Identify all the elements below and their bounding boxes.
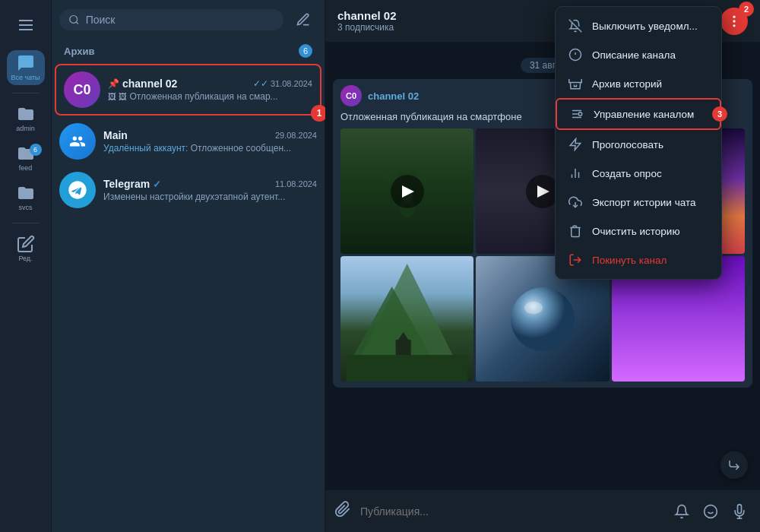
more-icon — [727, 14, 742, 29]
sidebar-item-svcs[interactable]: svcs — [7, 180, 45, 215]
settings-icon — [569, 106, 584, 122]
menu-item-archive[interactable]: Архив историй — [556, 69, 721, 98]
chat-item-telegram[interactable]: Telegram ✓ 11.08.2024 Изменены настройки… — [52, 166, 325, 214]
emoji-icon — [703, 504, 718, 519]
menu-item-mute[interactable]: Выключить уведомл... — [556, 11, 721, 40]
message-input[interactable] — [360, 505, 661, 518]
menu-item-description[interactable]: Описание канала — [556, 40, 721, 69]
svg-point-13 — [733, 20, 735, 22]
bell-icon — [674, 504, 689, 519]
sidebar-item-all-chats[interactable]: Все чаты — [7, 50, 45, 85]
chat-info-channel02: 📌 channel 02 ✓✓ 31.08.2024 🖼 🖼 Отложенна… — [108, 78, 312, 102]
menu-item-poll[interactable]: Создать опрос — [556, 159, 721, 188]
bell-off-icon — [568, 18, 583, 33]
sidebar-menu-button[interactable] — [7, 8, 45, 43]
annotation-badge-3: 3 — [712, 106, 727, 122]
clear-icon — [568, 223, 583, 239]
channel-msg-name: channel 02 — [368, 90, 419, 102]
chat-input-bar — [325, 489, 760, 532]
chat-info-telegram: Telegram ✓ 11.08.2024 Изменены настройки… — [103, 178, 317, 202]
mic-button[interactable] — [728, 500, 751, 523]
info-icon — [568, 47, 583, 62]
menu-description-label: Описание канала — [592, 49, 676, 61]
chat-preview-channel02: 🖼 🖼 Отложенная публикация на смар... — [108, 91, 312, 102]
archive-section-header: Архив 6 — [52, 40, 325, 62]
mountain-illustration — [340, 256, 473, 382]
sidebar-item-feed[interactable]: 6 feed — [7, 141, 45, 176]
search-input[interactable] — [86, 14, 274, 26]
sidebar-item-admin[interactable]: admin — [7, 101, 45, 136]
header-more-button[interactable]: 2 — [720, 8, 748, 35]
chat-name-telegram: Telegram ✓ — [103, 178, 161, 190]
chat-name-row-main: Main 29.08.2024 — [103, 129, 317, 141]
menu-item-export[interactable]: Экспорт истории чата — [556, 188, 721, 217]
menu-leave-label: Покинуть канал — [592, 255, 667, 266]
menu-mute-label: Выключить уведомл... — [592, 21, 698, 32]
play-triangle-1 — [402, 185, 414, 198]
chat-date-channel02: ✓✓ 31.08.2024 — [253, 78, 312, 89]
search-input-wrap[interactable] — [59, 9, 283, 30]
photo-cell-1[interactable] — [340, 128, 473, 254]
poll-icon — [568, 166, 583, 181]
chat-avatar-telegram — [59, 172, 96, 208]
context-menu: Выключить уведомл... Описание канала — [555, 6, 722, 280]
menu-manage-label: Управление каналом — [594, 109, 694, 120]
channel-msg-avatar: C0 — [340, 85, 362, 106]
chat-item-main[interactable]: Main 29.08.2024 Удалённый аккаунт: Отлож… — [52, 117, 325, 166]
sidebar-edit-label: Ред. — [18, 255, 32, 262]
menu-item-vote[interactable]: Проголосовать — [556, 130, 721, 159]
sidebar: Все чаты admin 6 feed svcs Ред. — [0, 0, 52, 532]
bolt-icon — [568, 137, 583, 152]
chat-info-main: Main 29.08.2024 Удалённый аккаунт: Отлож… — [103, 129, 317, 154]
pin-icon-channel02: 📌 — [108, 78, 119, 89]
chat-name-row-channel02: 📌 channel 02 ✓✓ 31.08.2024 — [108, 78, 312, 90]
archive-badge: 6 — [299, 44, 312, 58]
attach-icon — [334, 501, 351, 518]
archive-icon — [568, 76, 583, 91]
svg-point-27 — [705, 505, 717, 518]
chat-item-channel02[interactable]: C0 📌 channel 02 ✓✓ 31.08.2024 🖼 🖼 Отложе… — [55, 64, 321, 116]
svg-point-14 — [733, 24, 735, 27]
chat-name-row-telegram: Telegram ✓ 11.08.2024 — [103, 178, 317, 190]
menu-item-manage[interactable]: Управление каналом 3 — [556, 98, 721, 130]
chat-list-panel: Архив 6 C0 📌 channel 02 ✓✓ 31.08.2024 🖼 … — [52, 0, 325, 532]
search-bar — [52, 0, 325, 40]
attach-button[interactable] — [334, 501, 351, 521]
check-icon-channel02: ✓✓ — [253, 78, 268, 89]
svg-point-26 — [524, 302, 543, 314]
chat-avatar-main — [59, 123, 96, 160]
chat-name-channel02: 📌 channel 02 — [108, 78, 177, 90]
bell-button[interactable] — [670, 500, 693, 523]
forward-button[interactable] — [720, 451, 748, 479]
menu-item-clear[interactable]: Очистить историю — [556, 217, 721, 245]
sidebar-item-edit[interactable]: Ред. — [7, 231, 45, 266]
sidebar-divider-2 — [12, 223, 40, 223]
sidebar-svcs-label: svcs — [19, 204, 33, 211]
feed-badge: 6 — [30, 144, 42, 156]
play-triangle-2 — [537, 185, 549, 198]
media-icons: 🖼 🖼 — [108, 92, 127, 101]
photo-cell-4[interactable] — [340, 256, 473, 382]
input-right-buttons — [670, 500, 751, 523]
menu-clear-label: Очистить историю — [592, 226, 680, 237]
chat-preview-main: Удалённый аккаунт: Отложенное сообщен... — [103, 143, 317, 154]
sidebar-divider — [12, 93, 40, 93]
leave-icon — [568, 252, 583, 268]
chat-preview-telegram: Изменены настройки двухэтапной аутент... — [103, 192, 317, 202]
mic-icon — [732, 504, 747, 519]
export-icon — [568, 195, 583, 210]
annotation-badge-2: 2 — [739, 2, 754, 17]
verified-icon-telegram: ✓ — [153, 179, 161, 190]
sidebar-admin-label: admin — [16, 125, 35, 132]
compose-button[interactable] — [290, 6, 317, 33]
svg-point-39 — [578, 112, 582, 116]
chat-avatar-channel02: C0 — [64, 71, 100, 108]
svg-marker-40 — [570, 139, 581, 150]
emoji-button[interactable] — [699, 500, 722, 523]
archive-title: Архив — [64, 46, 94, 57]
menu-item-leave[interactable]: Покинуть канал — [556, 245, 721, 274]
menu-export-label: Экспорт истории чата — [592, 197, 695, 208]
svg-rect-22 — [347, 355, 468, 382]
svg-line-32 — [569, 20, 582, 33]
play-button-1[interactable] — [391, 175, 424, 208]
